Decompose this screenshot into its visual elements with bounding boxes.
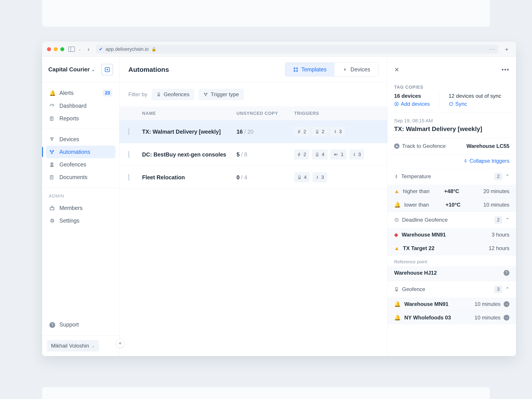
compass-icon: ➤ [394, 143, 399, 149]
geo-icon [315, 129, 319, 134]
sidebar-toggle-icon[interactable] [68, 47, 75, 52]
trigger-pills: 223 [294, 127, 387, 137]
sidebar-item-label: Documents [59, 174, 87, 180]
panel-header: ••• [387, 57, 516, 82]
table-header: NAME UNSYNCED COPY TRIGGERS [120, 106, 387, 120]
row-name: TX: Walmart Delivery [weekly] [142, 129, 236, 135]
temp-icon [316, 175, 319, 180]
sidebar-item-support[interactable]: ? Support [46, 318, 115, 331]
trigger-group-geofence: Geofence 3 ⌃ 🔔 Warehouse MN91 10 minutes… [387, 281, 516, 324]
help-icon[interactable]: ? [504, 270, 509, 276]
timestamp: Sep 19, 08:15 AM [394, 118, 509, 124]
th-triggers: TRIGGERS [294, 111, 387, 116]
trigger-label: higher than [403, 188, 441, 194]
sync-link[interactable]: Sync [449, 101, 501, 107]
trigger-right: 10 minutes [483, 202, 509, 208]
row-checkbox[interactable] [128, 128, 129, 135]
sidebar-item-label: Automations [59, 149, 90, 155]
trigger-group-header[interactable]: Geofence 3 ⌃ [387, 281, 516, 298]
url-text: app.deliverychain.io [106, 46, 149, 52]
count-badge: 2 [494, 216, 502, 224]
arrow-right-icon[interactable]: → [504, 315, 509, 321]
sidebar: Capital Courier ⌄ 🔔 Alerts 23 [42, 57, 120, 356]
sidebar-item-automations[interactable]: Automations [46, 146, 115, 158]
filter-geofences[interactable]: Geofences [152, 89, 194, 100]
trigger-item: ▲ higher than +48°C 20 minutes [387, 185, 516, 198]
sidebar-item-reports[interactable]: Reports [46, 112, 115, 125]
row-checkbox[interactable] [128, 174, 129, 181]
bell-icon: 🔔 [394, 202, 401, 208]
url-more-icon[interactable]: ⋯ [489, 45, 495, 53]
sidebar-item-alerts[interactable]: 🔔 Alerts 23 [46, 86, 115, 100]
temp-icon [352, 152, 356, 157]
chevron-down-icon: ⌄ [91, 343, 95, 348]
sidebar-item-settings[interactable]: ⚙ Settings [46, 214, 115, 227]
nav-secondary: Devices Automations Geofences [42, 129, 119, 188]
trigger-right: 12 hours [489, 245, 509, 251]
row-checkbox[interactable] [128, 151, 129, 158]
panel-title: TX: Walmart Delivery [weekly] [394, 126, 509, 133]
trigger-group-header[interactable]: Temperature 2 ⌃ [387, 168, 516, 185]
back-button[interactable]: ‹ [85, 46, 92, 53]
url-field[interactable]: ✔︎ app.deliverychain.io 🔒 ⋯ [96, 45, 498, 54]
trigger-pill: 2 [294, 149, 309, 160]
unsynced-count: 0 / 4 [236, 174, 294, 181]
filter-chip-label: Trigger type [211, 91, 239, 98]
collapse-sidebar-button[interactable]: « [116, 339, 125, 348]
table-row[interactable]: Fleet Relocation 0 / 4 43 [120, 166, 387, 189]
background-strip-bottom [42, 387, 490, 399]
automation-icon [49, 149, 55, 155]
add-devices-link[interactable]: Add devices [394, 101, 430, 107]
sidebar-item-documents[interactable]: Documents [46, 171, 115, 184]
table-row[interactable]: TX: Walmart Delivery [weekly] 16 / 20 22… [120, 120, 387, 143]
sidebar-item-dashboard[interactable]: Dashboard [46, 100, 115, 112]
filter-trigger-type[interactable]: Trigger type [199, 89, 244, 100]
trigger-item: 🔔 lower than +10°C 10 minutes [387, 198, 516, 211]
org-switcher[interactable]: Capital Courier ⌄ [42, 57, 119, 82]
geofence-icon [157, 92, 161, 97]
tag-header: TAG COPIES [394, 82, 509, 93]
th-unsynced: UNSYNCED COPY [236, 111, 294, 116]
new-tab-button[interactable]: ＋ [502, 45, 511, 53]
trigger-right: 3 hours [492, 232, 509, 238]
temp-icon [333, 129, 337, 134]
trigger-group-header[interactable]: Deadline Geofence 2 ⌃ [387, 212, 516, 228]
maximize-window-icon[interactable] [60, 47, 64, 51]
devices-count: 16 devices [394, 93, 430, 99]
close-icon[interactable] [394, 67, 399, 72]
trigger-icon [203, 92, 208, 97]
danger-icon: ◆ [394, 232, 398, 238]
tab-templates[interactable]: Templates [285, 63, 335, 76]
sidebar-item-devices[interactable]: Devices [46, 133, 115, 146]
filter-bar: Filter by Geofences Trigger type [120, 82, 387, 106]
close-window-icon[interactable] [47, 47, 51, 51]
svg-point-21 [316, 155, 318, 156]
minimize-window-icon[interactable] [54, 47, 58, 51]
svg-point-20 [316, 133, 318, 133]
tag-copies: TAG COPIES 16 devices Add devices [387, 82, 516, 113]
arrow-right-icon[interactable]: → [504, 301, 509, 307]
plus-circle-icon [394, 101, 399, 106]
trigger-right: 20 minutes [483, 188, 509, 194]
tab-devices[interactable]: Devices [335, 63, 378, 76]
svg-point-18 [207, 93, 207, 94]
bell-icon: 🔔 [49, 90, 55, 96]
geo-icon [297, 175, 302, 180]
trigger-item: ▲ TX Target 22 12 hours [387, 241, 516, 255]
add-button[interactable] [101, 64, 113, 75]
collapse-triggers-link[interactable]: Collapse triggers [463, 158, 509, 164]
user-menu[interactable]: Mikhail Voloshin ⌄ [42, 335, 119, 356]
devices-icon [342, 67, 347, 72]
chevron-down-icon[interactable]: ⌄ [78, 47, 81, 52]
svg-point-11 [294, 68, 295, 69]
track-row: ➤ Track to Geofence Warehouse LC55 [387, 138, 516, 154]
chevron-up-icon: ⌃ [505, 174, 509, 179]
sidebar-item-members[interactable]: Members [46, 202, 115, 214]
svg-point-2 [51, 139, 52, 140]
svg-point-13 [294, 70, 295, 71]
sidebar-item-geofences[interactable]: Geofences [46, 158, 115, 171]
bolt-icon [297, 152, 301, 157]
table-row[interactable]: DC: BestBuy next-gen consoles 5 / 8 2413 [120, 143, 387, 166]
more-icon[interactable]: ••• [502, 66, 509, 73]
trigger-pill: 3 [312, 172, 327, 183]
